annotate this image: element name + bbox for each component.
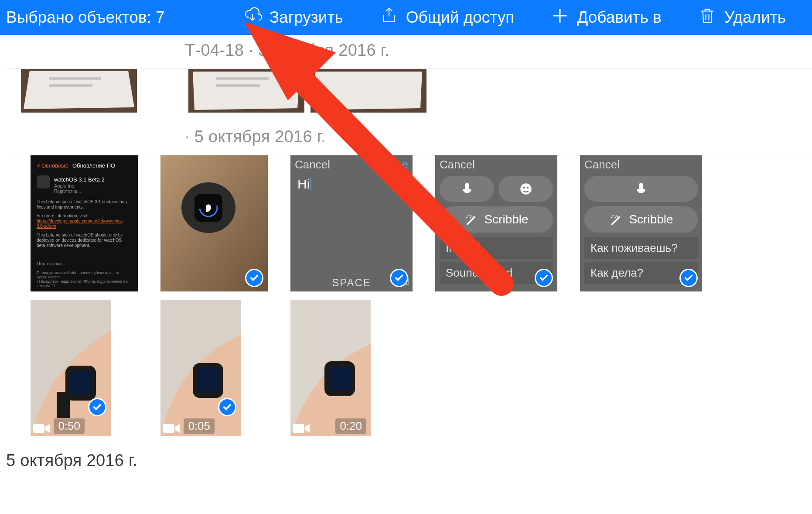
svg-text:This beta version of watchOS s: This beta version of watchOS should only…	[37, 233, 123, 237]
photo-thumb[interactable]: < Основные Обновление ПО watchOS 3.1 Bet…	[31, 155, 138, 291]
svg-rect-3	[49, 84, 92, 87]
photo-thumb[interactable]	[188, 69, 304, 113]
svg-text:fixes and improvements.: fixes and improvements.	[37, 205, 84, 209]
video-icon	[163, 423, 180, 434]
share-button[interactable]: Общий доступ	[380, 7, 515, 29]
photo-thumb-selected[interactable]: Cancel Scribble Indeed Sounds good	[435, 155, 557, 291]
video-duration: 0:20	[335, 418, 366, 434]
svg-rect-40	[70, 371, 92, 394]
svg-text:Apple Watch:: Apple Watch:	[37, 275, 60, 279]
scroll-indicator-icon	[404, 173, 410, 188]
video-thumb-selected[interactable]: 0:50	[31, 300, 111, 436]
download-label: Загрузить	[270, 8, 343, 27]
svg-text:https://developer.apple.com/go: https://developer.apple.com/go/?id=watch…	[37, 219, 123, 223]
selected-check-icon	[245, 269, 263, 287]
photo-row-2: < Основные Обновление ПО watchOS 3.1 Bet…	[0, 155, 812, 291]
video-icon	[33, 423, 50, 434]
photo-row-1	[0, 69, 812, 113]
svg-point-37	[527, 187, 529, 188]
svg-rect-13	[37, 175, 50, 188]
svg-text:beta software development.: beta software development.	[37, 243, 90, 248]
video-thumb-selected[interactable]: 0:05	[160, 300, 241, 436]
video-duration: 0:50	[54, 418, 85, 434]
selection-toolbar: Выбрано объектов: 7 Загрузить Общий дост…	[0, 0, 812, 35]
photo-thumb[interactable]	[21, 69, 137, 113]
selected-check-icon	[679, 269, 698, 287]
scribble-button: Scribble	[584, 206, 698, 233]
scribble-label: Scribble	[629, 212, 673, 226]
scribble-label: Scribble	[484, 212, 528, 226]
svg-text:For more information, visit:: For more information, visit:	[37, 213, 88, 218]
smiley-icon	[498, 176, 553, 202]
suggestion-indeed: Indeed	[440, 237, 553, 259]
selected-check-icon	[88, 398, 106, 416]
photo-thumb[interactable]	[310, 69, 426, 113]
svg-text:Подготовка…: Подготовка…	[37, 261, 67, 266]
cancel-label: Cancel	[440, 158, 475, 171]
svg-marker-1	[24, 71, 134, 109]
svg-point-35	[520, 183, 532, 195]
svg-rect-41	[57, 392, 70, 418]
scribble-button: Scribble	[440, 206, 553, 233]
share-label: Общий доступ	[406, 8, 515, 27]
add-label: Добавить в	[577, 8, 661, 27]
suggestion-ru-1: Как поживаешь?	[584, 237, 698, 259]
done-label: Done	[381, 158, 408, 171]
photo-thumb-selected[interactable]: CancelDone Hi SPACE	[290, 155, 413, 291]
section-header-1: Т-04-18 · 3 октября 2016 г.	[185, 35, 812, 69]
svg-marker-9	[315, 72, 422, 110]
photo-thumb-selected[interactable]	[160, 155, 268, 291]
plus-icon	[551, 7, 569, 29]
download-button[interactable]: Загрузить	[243, 7, 343, 29]
svg-text:This beta version of watchOS 3: This beta version of watchOS 3.1 contain…	[37, 199, 127, 204]
svg-text:deployed on devices dedicated : deployed on devices dedicated for watchO…	[37, 238, 122, 243]
svg-rect-6	[216, 77, 269, 80]
video-duration: 0:05	[184, 418, 215, 434]
selected-check-icon	[535, 269, 553, 287]
svg-text:Подготовка…: Подготовка…	[54, 189, 82, 194]
cancel-label: Cancel	[584, 158, 620, 171]
photo-row-3: 0:50 0:05 0:20	[0, 300, 812, 436]
svg-text:Apple Inc.: Apple Inc.	[54, 183, 75, 188]
cancel-label: Cancel	[295, 158, 330, 171]
svg-rect-45	[197, 368, 219, 392]
svg-rect-7	[216, 84, 260, 87]
svg-rect-42	[33, 424, 44, 433]
svg-rect-46	[163, 424, 174, 433]
svg-point-36	[523, 187, 525, 188]
selected-check-icon	[218, 398, 236, 416]
video-thumb[interactable]: 0:20	[290, 300, 371, 436]
add-to-button[interactable]: Добавить в	[551, 7, 661, 29]
svg-text:watchOS 3.1 Beta 2: watchOS 3.1 Beta 2	[54, 176, 105, 183]
svg-text:сети Wi-Fi.: сети Wi-Fi.	[37, 284, 56, 288]
photo-thumb-selected[interactable]: Cancel Scribble Как поживаешь? Как дела?	[580, 155, 702, 291]
trash-icon	[698, 7, 716, 29]
delete-button[interactable]: Удалить	[698, 7, 786, 29]
download-cloud-icon	[243, 7, 262, 29]
mic-icon	[440, 176, 494, 202]
mic-icon	[584, 176, 698, 202]
svg-text:Обновление ПО: Обновление ПО	[72, 162, 115, 169]
video-icon	[293, 423, 310, 434]
selected-check-icon	[390, 269, 408, 287]
section-header-2: · 5 октября 2016 г.	[185, 121, 812, 155]
section-header-bottom: 5 октября 2016 г.	[6, 445, 812, 479]
delete-label: Удалить	[724, 8, 786, 27]
svg-text:• Находятся недалеко от iPhone: • Находятся недалеко от iPhone, подключе…	[37, 279, 128, 284]
svg-rect-49	[329, 367, 351, 390]
svg-text:< Основные: < Основные	[37, 162, 68, 169]
svg-rect-2	[49, 77, 101, 80]
selection-count: Выбрано объектов: 7	[6, 8, 165, 27]
svg-rect-50	[293, 424, 304, 433]
hi-text: Hi	[297, 177, 310, 191]
share-icon	[380, 7, 398, 29]
svg-text:3.0-sdk-rn: 3.0-sdk-rn	[37, 224, 56, 229]
svg-text:Перед установкой обновления уб: Перед установкой обновления убедитесь, ч…	[37, 271, 120, 275]
